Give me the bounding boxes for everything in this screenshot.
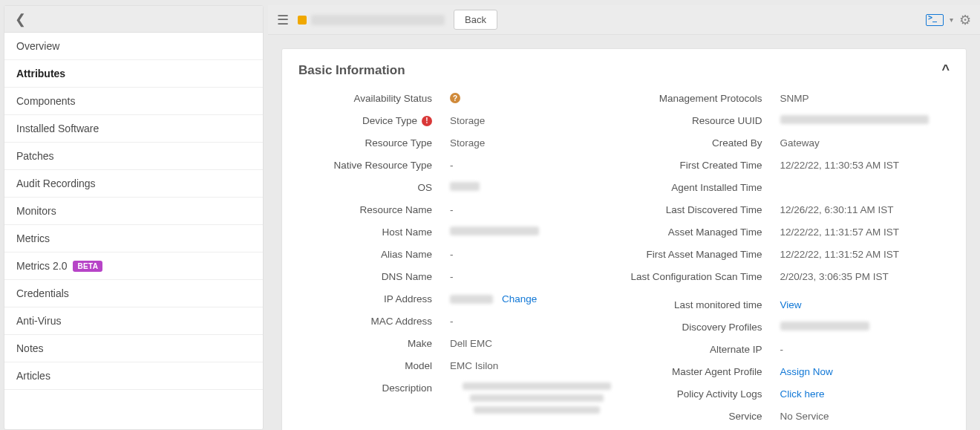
label-created-by: Created By <box>624 137 780 149</box>
label-resource-uuid: Resource UUID <box>624 115 780 126</box>
sidebar-item-overview[interactable]: Overview <box>4 33 263 60</box>
sidebar-item-patches[interactable]: Patches <box>4 143 263 170</box>
label-first-created-time: First Created Time <box>624 160 780 171</box>
value-model: EMC Isilon <box>450 360 624 371</box>
value-service: No Service <box>780 411 955 422</box>
value-host-name <box>450 227 624 235</box>
sidebar-item-installed-software[interactable]: Installed Software <box>4 115 263 143</box>
value-last-config-scan-time: 2/20/23, 3:06:35 PM IST <box>780 271 955 282</box>
label-os: OS <box>294 182 450 193</box>
sidebar-item-audit-recordings[interactable]: Audit Recordings <box>4 170 263 198</box>
toolbar: ▾ ⚙ <box>926 12 971 28</box>
label-last-discovered-time: Last Discovered Time <box>624 204 780 215</box>
value-discovery-profiles <box>780 322 955 330</box>
label-mac-address: MAC Address <box>294 316 450 327</box>
label-availability-status: Availability Status <box>294 93 450 104</box>
value-master-agent-profile: Assign Now <box>780 366 955 377</box>
value-resource-type: Storage <box>450 137 624 149</box>
label-host-name: Host Name <box>294 227 450 238</box>
gear-icon[interactable]: ⚙ <box>959 12 971 28</box>
value-native-resource-type: - <box>450 160 624 171</box>
label-discovery-profiles: Discovery Profiles <box>624 322 780 333</box>
value-ip-address: Change <box>450 293 624 304</box>
help-icon[interactable]: ? <box>450 93 460 103</box>
error-icon[interactable]: ! <box>422 116 432 126</box>
panel-title: Basic Information <box>298 63 405 78</box>
label-asset-managed-time: Asset Managed Time <box>624 227 780 238</box>
label-first-asset-managed-time: First Asset Managed Time <box>624 249 780 260</box>
hamburger-icon[interactable]: ☰ <box>277 12 289 28</box>
label-management-protocols: Management Protocols <box>624 93 780 104</box>
panel-header: Basic Information ^ <box>282 62 966 88</box>
value-last-monitored-time: View <box>780 299 955 310</box>
sidebar-item-articles[interactable]: Articles <box>4 362 263 390</box>
sidebar-item-metrics[interactable]: Metrics <box>4 225 263 253</box>
value-asset-managed-time: 12/22/22, 11:31:57 AM IST <box>780 227 955 238</box>
change-ip-link[interactable]: Change <box>502 293 537 304</box>
sidebar-item-label: Articles <box>16 370 50 382</box>
value-alias-name: - <box>450 249 624 260</box>
sidebar-item-attributes[interactable]: Attributes <box>4 60 263 88</box>
device-status-icon <box>298 16 307 25</box>
value-first-created-time: 12/22/22, 11:30:53 AM IST <box>780 160 955 171</box>
label-make: Make <box>294 338 450 349</box>
sidebar-item-label: Installed Software <box>16 123 99 134</box>
main: ☰ Back ▾ ⚙ Basic Information ^ <box>268 5 980 430</box>
sidebar-item-metrics-2[interactable]: Metrics 2.0 BETA <box>4 253 263 280</box>
label-device-type: Device Type ! <box>294 115 450 126</box>
beta-badge: BETA <box>73 261 102 272</box>
assign-now-link[interactable]: Assign Now <box>780 366 833 377</box>
sidebar-item-label: Credentials <box>16 287 69 299</box>
topbar: ☰ Back ▾ ⚙ <box>268 5 980 35</box>
sidebar: ❮ Overview Attributes Components Install… <box>4 5 264 430</box>
device-name <box>311 15 445 25</box>
sidebar-item-label: Monitors <box>16 205 56 217</box>
sidebar-item-label: Anti-Virus <box>16 315 61 327</box>
content: Basic Information ^ Availability Status … <box>268 35 980 430</box>
sidebar-item-label: Metrics 2.0 <box>16 260 67 272</box>
value-alternate-ip: - <box>780 344 955 355</box>
value-last-discovered-time: 12/26/22, 6:30:11 AM IST <box>780 204 955 215</box>
sidebar-item-label: Metrics <box>16 232 50 244</box>
click-here-link[interactable]: Click here <box>780 388 825 400</box>
sidebar-item-notes[interactable]: Notes <box>4 335 263 362</box>
value-device-type: Storage <box>450 115 624 126</box>
sidebar-item-anti-virus[interactable]: Anti-Virus <box>4 307 263 335</box>
value-mac-address: - <box>450 316 624 327</box>
sidebar-item-label: Patches <box>16 150 54 162</box>
sidebar-item-credentials[interactable]: Credentials <box>4 280 263 307</box>
sidebar-item-label: Audit Recordings <box>16 177 96 189</box>
label-master-agent-profile: Master Agent Profile <box>624 366 780 377</box>
sidebar-item-monitors[interactable]: Monitors <box>4 198 263 225</box>
sidebar-item-components[interactable]: Components <box>4 88 263 115</box>
value-resource-name: - <box>450 204 624 215</box>
device-chip <box>298 15 445 25</box>
value-management-protocols: SNMP <box>780 93 955 104</box>
info-right-column: Management Protocols SNMP Resource UUID … <box>624 88 955 429</box>
label-last-config-scan-time: Last Configuration Scan Time <box>624 271 780 282</box>
value-os <box>450 182 624 191</box>
sidebar-nav: Overview Attributes Components Installed… <box>4 33 263 390</box>
view-link[interactable]: View <box>780 299 802 310</box>
info-left-column: Availability Status ? Device Type ! Stor… <box>294 88 624 429</box>
label-service: Service <box>624 411 780 422</box>
value-description <box>450 382 624 414</box>
label-native-resource-type: Native Resource Type <box>294 160 450 171</box>
label-resource-name: Resource Name <box>294 204 450 215</box>
value-created-by: Gateway <box>780 137 955 149</box>
value-first-asset-managed-time: 12/22/22, 11:31:52 AM IST <box>780 249 955 260</box>
sidebar-item-label: Overview <box>16 40 59 52</box>
back-button[interactable]: Back <box>454 10 497 30</box>
chevron-up-icon[interactable]: ^ <box>941 62 950 78</box>
panel-basic-information: Basic Information ^ Availability Status … <box>281 48 967 430</box>
chevron-left-icon[interactable]: ❮ <box>15 11 26 27</box>
terminal-dropdown-icon[interactable]: ▾ <box>950 16 953 24</box>
label-last-monitored-time: Last monitored time <box>624 299 780 310</box>
sidebar-item-label: Notes <box>16 342 44 354</box>
label-resource-type: Resource Type <box>294 137 450 149</box>
label-alias-name: Alias Name <box>294 249 450 260</box>
value-resource-uuid <box>780 115 955 124</box>
value-policy-activity-logs: Click here <box>780 388 955 400</box>
value-availability-status: ? <box>450 93 624 103</box>
terminal-icon[interactable] <box>926 14 944 26</box>
